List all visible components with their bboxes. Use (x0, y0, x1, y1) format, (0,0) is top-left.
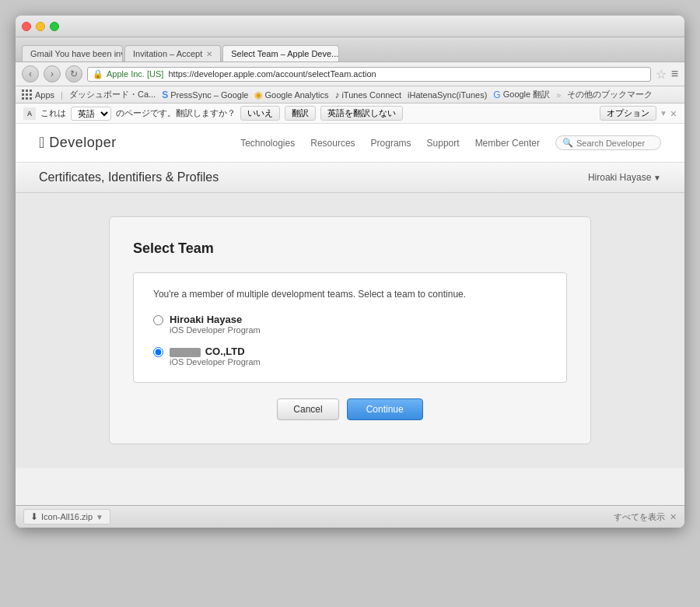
team2-name: CO.,LTD (170, 346, 261, 357)
nav-member-center[interactable]: Member Center (475, 138, 540, 149)
address-company: Apple Inc. [US] (107, 69, 163, 79)
user-name[interactable]: Hiroaki Hayase (588, 172, 661, 183)
bm-separator-1: | (61, 90, 63, 100)
section-title: Certificates, Identifiers & Profiles (39, 170, 219, 184)
options-button[interactable]: オプション (600, 106, 656, 121)
title-bar (16, 16, 684, 37)
bm-analytics-label: Google Analytics (264, 90, 328, 100)
tab-bar: Gmail You have been invited to ... ✕ Inv… (16, 37, 684, 62)
search-input[interactable] (576, 139, 654, 148)
tab-invitation[interactable]: Invitation – Accept ✕ (124, 45, 221, 61)
bm-separator-2: » (556, 90, 561, 100)
bm-itunes-label: iTunes Connect (341, 90, 401, 100)
team1-radio[interactable] (153, 315, 163, 325)
bm-hatenasync-label: iHatenaSync(iTunes) (408, 90, 487, 100)
nav-programs[interactable]: Programs (371, 138, 411, 149)
trans-icon-label: A (27, 110, 33, 118)
menu-icon[interactable]: ≡ (671, 67, 678, 81)
traffic-lights (22, 22, 59, 31)
page-content:  Developer Technologies Resources Progr… (16, 124, 684, 505)
nav-resources[interactable]: Resources (310, 138, 355, 149)
minimize-button[interactable] (36, 22, 45, 31)
bm-translate[interactable]: G Google 翻訳 (493, 89, 550, 100)
nav-technologies[interactable]: Technologies (240, 138, 295, 149)
tab-invitation-close[interactable]: ✕ (206, 50, 212, 58)
team-item-1[interactable]: Hiroaki Hayase iOS Developer Program (153, 314, 547, 335)
nav-support[interactable]: Support (427, 138, 460, 149)
translation-close-button[interactable]: × (670, 107, 677, 120)
no-translate-button[interactable]: 英語を翻訳しない (320, 106, 403, 121)
back-button[interactable]: ‹ (22, 65, 39, 82)
lock-icon: 🔒 (93, 69, 103, 79)
dialog-description: You're a member of multiple development … (153, 289, 547, 300)
team1-name: Hiroaki Hayase (170, 314, 261, 325)
company-blur (170, 348, 201, 357)
bm-analytics[interactable]: ◉ Google Analytics (254, 89, 328, 100)
download-dropdown-icon[interactable]: ▼ (96, 513, 103, 521)
bm-itunes[interactable]: ♪ iTunes Connect (334, 89, 401, 100)
continue-button[interactable]: Continue (347, 398, 423, 420)
team2-label: CO.,LTD iOS Developer Program (170, 346, 261, 367)
developer-title: Developer (49, 135, 117, 151)
tab-select-team[interactable]: Select Team – Apple Deve... ✕ (222, 45, 339, 61)
dialog-actions: Cancel Continue (133, 398, 567, 420)
close-button[interactable] (22, 22, 31, 31)
address-input[interactable]: 🔒 Apple Inc. [US] https://developer.appl… (87, 67, 651, 82)
developer-nav: Technologies Resources Programs Support … (240, 135, 661, 150)
bm-dashboard-label: ダッシュボード・Ca... (69, 89, 156, 100)
no-button[interactable]: いいえ (240, 106, 280, 121)
search-box[interactable]: 🔍 (555, 135, 661, 150)
bm-other-label: その他のブックマーク (567, 89, 653, 100)
tab-select-team-label: Select Team – Apple Deve... (231, 49, 338, 58)
options-dropdown[interactable]: ▼ (660, 109, 667, 118)
apple-dev-header:  Developer Technologies Resources Progr… (16, 124, 684, 163)
address-url: https://developer.apple.com/account/sele… (169, 69, 376, 79)
bm-other-bookmarks[interactable]: その他のブックマーク (567, 89, 653, 100)
trans-suffix: のページです。翻訳しますか？ (116, 107, 236, 119)
apps-label: Apps (35, 90, 54, 100)
bookmark-icon[interactable]: ☆ (656, 67, 667, 82)
analytics-icon: ◉ (254, 89, 262, 100)
translate-a-icon: A (23, 107, 36, 120)
team1-program: iOS Developer Program (170, 325, 261, 335)
address-bar: ‹ › ↻ 🔒 Apple Inc. [US] https://develope… (16, 62, 684, 86)
translate-icon: G (493, 89, 500, 100)
bm-dashboard[interactable]: ダッシュボード・Ca... (69, 89, 156, 100)
show-all-button[interactable]: すべてを表示 (614, 511, 665, 523)
download-filename: Icon-All16.zip (41, 512, 93, 521)
search-icon: 🔍 (562, 138, 573, 148)
select-team-box: Select Team You're a member of multiple … (109, 216, 591, 444)
bm-presssync[interactable]: S PressSync – Google (162, 89, 248, 100)
presssync-icon: S (162, 89, 168, 100)
language-select[interactable]: 英語 (71, 107, 111, 121)
translation-bar: A これは 英語 のページです。翻訳しますか？ いいえ 翻訳 英語を翻訳しない … (16, 104, 684, 124)
tab-gmail[interactable]: Gmail You have been invited to ... ✕ (22, 45, 123, 61)
trans-prefix: これは (40, 107, 66, 119)
itunes-icon: ♪ (334, 89, 339, 100)
radio-group: Hiroaki Hayase iOS Developer Program CO.… (153, 314, 547, 367)
forward-button[interactable]: › (44, 65, 61, 82)
options-group: オプション ▼ × (600, 106, 677, 121)
apple-logo-icon:  (39, 134, 44, 152)
maximize-button[interactable] (50, 22, 59, 31)
team-dialog: You're a member of multiple development … (133, 272, 567, 383)
team2-radio[interactable] (153, 347, 163, 357)
translate-button[interactable]: 翻訳 (285, 106, 316, 121)
bookmarks-bar: Apps | ダッシュボード・Ca... S PressSync – Googl… (16, 86, 684, 104)
status-bar-close[interactable]: ✕ (670, 512, 677, 522)
address-text: Apple Inc. [US] https://developer.apple.… (107, 69, 376, 79)
section-header: Certificates, Identifiers & Profiles Hir… (16, 163, 684, 193)
status-bar: ⬇ Icon-All16.zip ▼ すべてを表示 ✕ (16, 505, 684, 528)
browser-window: Gmail You have been invited to ... ✕ Inv… (16, 16, 684, 528)
bm-presssync-label: PressSync – Google (170, 90, 248, 100)
cancel-button[interactable]: Cancel (277, 398, 338, 420)
tab-gmail-label: Gmail You have been invited to ... (30, 49, 123, 58)
apps-grid-icon (22, 89, 33, 100)
download-item[interactable]: ⬇ Icon-All16.zip ▼ (23, 509, 110, 525)
reload-button[interactable]: ↻ (65, 65, 82, 82)
bm-hatenasync[interactable]: iHatenaSync(iTunes) (408, 90, 487, 100)
team-item-2[interactable]: CO.,LTD iOS Developer Program (153, 346, 547, 367)
main-area: Select Team You're a member of multiple … (16, 193, 684, 468)
apps-button[interactable]: Apps (22, 89, 54, 100)
team1-label: Hiroaki Hayase iOS Developer Program (170, 314, 261, 335)
